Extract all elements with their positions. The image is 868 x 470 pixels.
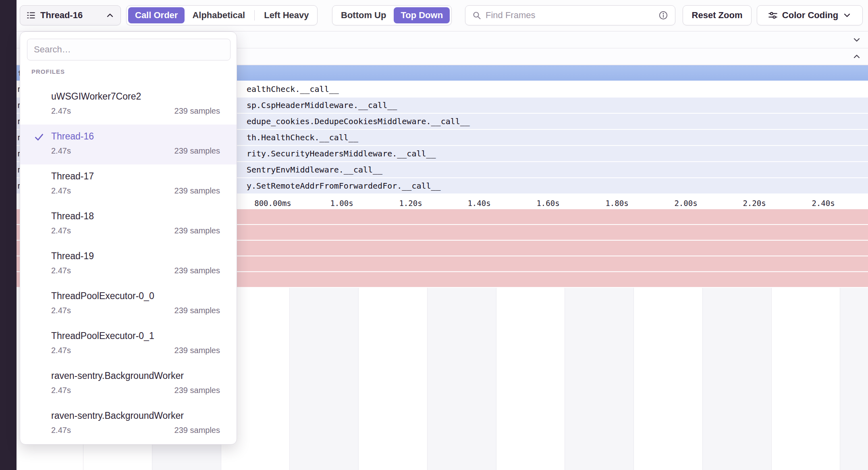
grid-line [633,288,634,470]
thread-name: ThreadPoolExecutor-0_1 [51,330,220,342]
search-icon [472,10,482,20]
find-frames-box [465,5,675,25]
thread-dropdown-item[interactable]: Thread-19 2.47s 239 samples [20,244,237,284]
color-coding-button[interactable]: Color Coding [757,5,863,25]
sliders-icon [768,10,778,21]
chevron-down-icon [852,35,862,45]
grid-line [565,288,565,470]
thread-dropdown: PROFILES uWSGIWorker7Core2 2.47s 239 sam… [20,31,237,445]
thread-duration: 2.47s [51,345,71,356]
thread-name: ThreadPoolExecutor-0_0 [51,290,220,302]
time-axis-label: 1.80s [605,199,628,208]
thread-dropdown-item[interactable]: Thread-18 2.47s 239 samples [20,204,237,244]
time-axis-label: 2.00s [674,199,697,208]
chevron-up-icon [105,10,115,20]
thread-dropdown-item[interactable]: ThreadPoolExecutor-0_1 2.47s 239 samples [20,324,237,364]
thread-duration: 2.47s [51,305,71,316]
thread-duration: 2.47s [51,265,71,276]
thread-name: uWSGIWorker7Core2 [51,90,220,102]
thread-name: Thread-16 [51,130,220,142]
find-frames-input[interactable] [486,10,654,21]
grid-line [771,288,772,470]
chevron-down-icon [842,10,852,20]
thread-duration: 2.47s [51,146,71,156]
grid-line [496,288,496,470]
time-axis-label: 2.40s [812,199,835,208]
grid-line [840,288,840,470]
thread-samples: 239 samples [174,345,220,356]
thread-duration: 2.47s [51,185,71,196]
chevron-up-icon [852,52,862,61]
thread-dropdown-item[interactable]: uWSGIWorker7Core2 2.47s 239 samples [20,85,237,125]
segment-divider [254,10,255,21]
app-sidebar-strip [0,0,17,470]
thread-dropdown-item[interactable]: Thread-17 2.47s 239 samples [20,164,237,204]
time-axis-label: 1.60s [536,199,559,208]
thread-samples: 239 samples [174,385,220,395]
view-direction-group: Bottom UpTop Down [332,5,452,25]
grid-line [358,288,359,470]
reset-zoom-button[interactable]: Reset Zoom [683,5,752,25]
time-axis-label: 1.20s [399,199,422,208]
thread-dropdown-item[interactable]: Thread-16 2.47s 239 samples [20,125,237,164]
frame-label: y.SetRemoteAddrFromForwardedFor.__call__ [247,181,441,191]
thread-name: Thread-18 [51,210,220,222]
thread-selector-button[interactable]: Thread-16 [20,5,121,25]
thread-samples: 239 samples [174,185,220,196]
thread-dropdown-item[interactable]: raven-sentry.BackgroundWorker 2.47s 239 … [20,364,237,404]
profiler-flamegraph-view: t m ealthCheck.__call__ m sp.CspHeaderMi… [0,0,868,470]
thread-samples: 239 samples [174,265,220,276]
expand-panel-button[interactable] [851,34,862,46]
frame-label: sp.CspHeaderMiddleware.__call__ [247,100,397,110]
thread-samples: 239 samples [174,425,220,435]
profile-list: uWSGIWorker7Core2 2.47s 239 samples Thre… [20,85,237,444]
grid-line [702,288,703,470]
grid-line [289,288,290,470]
thread-list-icon [26,10,36,21]
info-icon[interactable] [658,10,669,21]
sort-option-left-heavy[interactable]: Left Heavy [257,7,316,23]
thread-name: Thread-19 [51,250,220,262]
time-axis-label: 1.00s [330,199,353,208]
thread-dropdown-item[interactable]: raven-sentry.BackgroundWorker 2.47s 239 … [20,404,237,444]
sort-option-alphabetical[interactable]: Alphabetical [185,7,252,23]
frame-label: SentryEnvMiddleware.__call__ [247,165,382,175]
time-axis-label: 1.40s [467,199,490,208]
direction-option-bottom-up[interactable]: Bottom Up [334,7,393,23]
profiles-section-label: PROFILES [31,68,65,75]
thread-duration: 2.47s [51,106,71,116]
grid-column-shade [289,288,358,470]
time-axis-label: 800.00ms [254,199,291,208]
thread-samples: 239 samples [174,146,220,156]
time-axis-label: 2.20s [743,199,766,208]
grid-line [427,288,428,470]
thread-samples: 239 samples [174,106,220,116]
thread-duration: 2.47s [51,425,71,435]
frame-label: rity.SecurityHeadersMiddleware.__call__ [247,149,436,158]
thread-name: raven-sentry.BackgroundWorker [51,370,220,382]
grid-column-shade [565,288,633,470]
sort-order-group: Call OrderAlphabeticalLeft Heavy [126,5,318,25]
check-icon [34,132,44,142]
thread-name: Thread-17 [51,170,220,182]
sort-option-call-order[interactable]: Call Order [128,7,185,23]
thread-samples: 239 samples [174,305,220,316]
thread-name: raven-sentry.BackgroundWorker [51,410,220,422]
toolbar: Thread-16 Call OrderAlphabeticalLeft Hea… [17,0,868,31]
color-coding-label: Color Coding [782,10,838,21]
thread-duration: 2.47s [51,385,71,395]
thread-duration: 2.47s [51,225,71,236]
direction-option-top-down[interactable]: Top Down [394,7,450,23]
thread-samples: 239 samples [174,225,220,236]
reset-zoom-label: Reset Zoom [692,10,743,21]
frame-label: ealthCheck.__call__ [247,84,339,94]
grid-column-shade [840,288,868,470]
collapse-panel-button[interactable] [851,51,862,62]
grid-column-shade [702,288,771,470]
grid-column-shade [427,288,496,470]
frame-label: edupe_cookies.DedupeCookiesMiddleware.__… [247,116,470,126]
thread-selector-label: Thread-16 [40,10,83,21]
thread-dropdown-item[interactable]: ThreadPoolExecutor-0_0 2.47s 239 samples [20,284,237,324]
thread-search-input[interactable] [27,39,230,60]
frame-label: th.HealthCheck.__call__ [247,133,358,142]
